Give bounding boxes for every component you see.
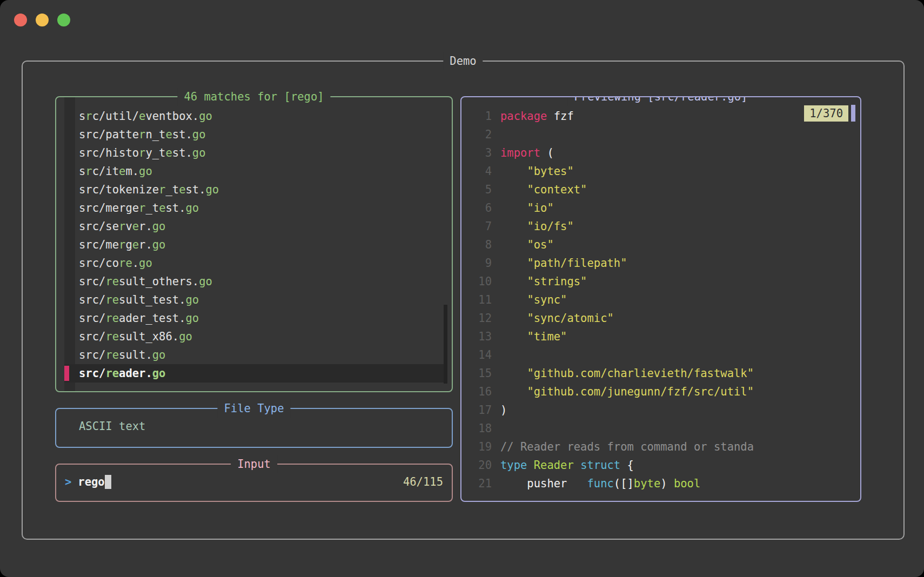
code-line: 4 "bytes"	[461, 162, 860, 180]
terminal-window: Demo 46 matches for [rego] src/util/even…	[0, 0, 924, 577]
file-path: src/result_x86.go	[79, 330, 192, 343]
code-text: "strings"	[500, 272, 587, 291]
preview-scrollbar[interactable]	[851, 105, 855, 122]
line-number: 17	[461, 401, 492, 419]
code-text: "github.com/junegunn/fzf/src/util"	[500, 383, 754, 401]
close-button[interactable]	[14, 14, 27, 26]
list-item[interactable]: src/server.go	[56, 217, 452, 236]
line-number: 6	[461, 199, 492, 217]
file-type-value: ASCII text	[79, 417, 145, 435]
list-item[interactable]: src/result.go	[56, 346, 452, 364]
code-line: 14	[461, 346, 860, 364]
list-item[interactable]: src/item.go	[56, 162, 452, 180]
code-line: 16 "github.com/junegunn/fzf/src/util"	[461, 383, 860, 401]
selection-pointer	[64, 366, 69, 381]
file-path: src/server.go	[79, 220, 165, 233]
code-text: "context"	[500, 180, 587, 199]
zoom-button[interactable]	[57, 14, 70, 26]
code-line: 21 pusher func([]byte) bool	[461, 474, 860, 493]
code-text: "github.com/charlievieth/fastwalk"	[500, 364, 754, 383]
line-number: 18	[461, 419, 492, 438]
line-number: 19	[461, 438, 492, 456]
code-view: 1package fzf23import (4 "bytes"5 "contex…	[461, 107, 860, 493]
list-item[interactable]: src/result_test.go	[56, 291, 452, 309]
input-panel: Input > rego 46/115	[55, 464, 453, 502]
file-path: src/merger.go	[79, 238, 165, 251]
code-text: type Reader struct {	[500, 456, 634, 474]
code-line: 2	[461, 125, 860, 144]
file-path: src/result.go	[79, 348, 165, 361]
code-line: 18	[461, 419, 860, 438]
line-number: 4	[461, 162, 492, 180]
line-number: 16	[461, 383, 492, 401]
line-number: 10	[461, 272, 492, 291]
code-text: package fzf	[500, 107, 574, 125]
code-text: // Reader reads from command or standa	[500, 438, 754, 456]
file-type-title: File Type	[217, 399, 290, 418]
file-path: src/core.go	[79, 257, 152, 270]
demo-title: Demo	[443, 52, 483, 70]
line-number: 2	[461, 125, 492, 144]
code-text: import (	[500, 144, 554, 162]
list-item[interactable]: src/core.go	[56, 254, 452, 272]
prompt-icon: >	[65, 473, 71, 491]
matches-title: 46 matches for [rego]	[177, 88, 330, 106]
match-counter: 46/115	[403, 473, 443, 491]
list-item[interactable]: src/tokenizer_test.go	[56, 180, 452, 199]
code-text: pusher func([]byte) bool	[500, 474, 700, 493]
list-item[interactable]: src/result_x86.go	[56, 327, 452, 346]
file-path: src/reader_test.go	[79, 312, 199, 325]
list-item[interactable]: src/pattern_test.go	[56, 125, 452, 144]
search-input[interactable]: > rego 46/115	[65, 473, 443, 491]
code-line: 7 "io/fs"	[461, 217, 860, 236]
list-item[interactable]: src/merger.go	[56, 236, 452, 254]
file-path: src/result_test.go	[79, 293, 199, 306]
code-line: 1package fzf	[461, 107, 860, 125]
query-text: rego	[78, 473, 104, 491]
line-number: 14	[461, 346, 492, 364]
code-line: 11 "sync"	[461, 291, 860, 309]
line-number: 20	[461, 456, 492, 474]
line-number: 1	[461, 107, 492, 125]
list-item[interactable]: src/reader.go	[56, 364, 452, 383]
code-line: 6 "io"	[461, 199, 860, 217]
code-line: 17)	[461, 401, 860, 419]
list-scrollbar[interactable]	[444, 305, 447, 384]
file-path: src/history_test.go	[79, 146, 206, 159]
position-badge: 1/370	[804, 105, 848, 122]
file-path: src/merger_test.go	[79, 202, 199, 214]
file-path: src/result_others.go	[79, 275, 212, 288]
list-item[interactable]: src/reader_test.go	[56, 309, 452, 327]
list-item[interactable]: src/result_others.go	[56, 272, 452, 291]
code-text: "sync/atomic"	[500, 309, 614, 327]
code-line: 15 "github.com/charlievieth/fastwalk"	[461, 364, 860, 383]
line-number: 8	[461, 236, 492, 254]
file-path: src/tokenizer_test.go	[79, 183, 219, 196]
code-line: 3import (	[461, 144, 860, 162]
preview-title: Previewing [src/reader.go]	[568, 96, 754, 106]
line-number: 5	[461, 180, 492, 199]
match-list: src/util/eventbox.gosrc/pattern_test.gos…	[56, 107, 452, 383]
file-path: src/util/eventbox.go	[79, 110, 212, 123]
text-cursor	[105, 475, 111, 489]
list-item[interactable]: src/merger_test.go	[56, 199, 452, 217]
line-number: 13	[461, 327, 492, 346]
code-text: "os"	[500, 236, 554, 254]
minimize-button[interactable]	[36, 14, 49, 26]
code-line: 12 "sync/atomic"	[461, 309, 860, 327]
code-line: 13 "time"	[461, 327, 860, 346]
line-number: 11	[461, 291, 492, 309]
file-path: src/pattern_test.go	[79, 128, 206, 141]
traffic-lights	[14, 14, 70, 26]
line-number: 15	[461, 364, 492, 383]
code-text: "sync"	[500, 291, 567, 309]
code-text: "bytes"	[500, 162, 574, 180]
list-item[interactable]: src/history_test.go	[56, 144, 452, 162]
file-path: src/item.go	[79, 165, 152, 178]
code-line: 8 "os"	[461, 236, 860, 254]
matches-panel: 46 matches for [rego] src/util/eventbox.…	[55, 96, 453, 392]
line-number: 21	[461, 474, 492, 493]
list-item[interactable]: src/util/eventbox.go	[56, 107, 452, 125]
code-text: "io"	[500, 199, 554, 217]
preview-panel: Previewing [src/reader.go] 1package fzf2…	[460, 96, 861, 502]
